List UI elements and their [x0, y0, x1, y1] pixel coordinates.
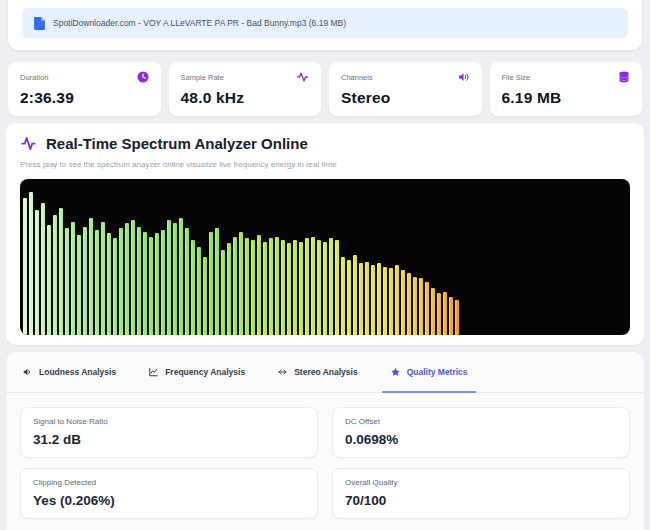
spectrum-bar — [113, 238, 117, 335]
spectrum-bar — [425, 282, 429, 335]
spectrum-bar — [197, 247, 201, 335]
spectrum-bar — [401, 270, 405, 335]
metric-value: Yes (0.206%) — [33, 493, 305, 508]
stat-value: 6.19 MB — [502, 89, 631, 107]
star-icon — [390, 367, 401, 377]
spectrum-bar — [149, 237, 153, 335]
spectrum-bar — [245, 238, 249, 335]
stat-card-channels: Channels Stereo — [329, 62, 482, 116]
spectrum-bar — [443, 292, 447, 335]
spectrum-bar — [173, 223, 177, 335]
stat-label: Channels — [341, 73, 373, 82]
metric-card-dc-offset: DC Offset 0.0698% — [332, 407, 630, 458]
metric-card-snr: Signal to Noise Ratio 31.2 dB — [20, 407, 318, 458]
spectrum-bar — [281, 240, 285, 335]
spectrum-bar — [377, 263, 381, 335]
spectrum-bar — [161, 230, 165, 335]
metric-value: 31.2 dB — [33, 432, 305, 447]
metric-label: Overall Quality — [345, 478, 617, 487]
spectrum-bar — [311, 237, 315, 335]
spectrum-bar — [371, 265, 375, 335]
analysis-panel: Loudness Analysis Frequency Analysis Ste… — [6, 352, 644, 530]
speaker-icon — [457, 71, 470, 83]
spectrum-bar — [65, 228, 69, 335]
spectrum-bar — [101, 222, 105, 335]
stat-card-file-size: File Size 6.19 MB — [490, 62, 643, 116]
spectrum-bar — [341, 257, 345, 335]
spectrum-bar — [431, 288, 435, 335]
left-right-arrows-icon — [277, 367, 288, 377]
tab-loudness-analysis[interactable]: Loudness Analysis — [20, 352, 118, 392]
spectrum-bar — [299, 242, 303, 335]
spectrum-bar — [41, 203, 45, 335]
spectrum-bar — [413, 277, 417, 335]
file-icon — [34, 17, 45, 30]
spectrum-bar — [275, 237, 279, 335]
spectrum-bar — [287, 243, 291, 335]
spectrum-bar — [251, 240, 255, 335]
tab-label: Stereo Analysis — [294, 367, 357, 377]
spectrum-bar — [437, 293, 441, 335]
metric-value: 0.0698% — [345, 432, 617, 447]
spectrum-bar — [395, 265, 399, 335]
spectrum-bar — [167, 220, 171, 335]
metric-label: Signal to Noise Ratio — [33, 417, 305, 426]
spectrum-bar — [71, 222, 75, 335]
spectrum-bar — [227, 243, 231, 335]
stat-label: Duration — [20, 73, 48, 82]
metric-value: 70/100 — [345, 493, 617, 508]
speaker-icon — [22, 367, 33, 377]
spectrum-bar — [77, 235, 81, 335]
stat-card-sample-rate: Sample Rate 48.0 kHz — [169, 62, 322, 116]
database-icon — [618, 71, 630, 83]
stat-label: Sample Rate — [181, 73, 224, 82]
stats-row: Duration 2:36.39 Sample Rate 48.0 kHz Ch… — [8, 62, 642, 116]
metric-label: DC Offset — [345, 417, 617, 426]
tab-frequency-analysis[interactable]: Frequency Analysis — [146, 352, 247, 392]
spectrum-bar — [203, 257, 207, 335]
stat-card-duration: Duration 2:36.39 — [8, 62, 161, 116]
tab-label: Frequency Analysis — [165, 367, 245, 377]
stat-value: 2:36.39 — [20, 89, 149, 107]
spectrum-bar — [407, 273, 411, 335]
spectrum-bar — [119, 228, 123, 335]
tab-stereo-analysis[interactable]: Stereo Analysis — [275, 352, 359, 392]
spectrum-bar — [179, 218, 183, 335]
spectrum-bar — [35, 210, 39, 335]
uploaded-file-chip[interactable]: SpotiDownloader.com - VOY A LLeVARTE PA … — [22, 8, 628, 38]
spectrum-bar — [419, 278, 423, 335]
metric-card-clipping: Clipping Detected Yes (0.206%) — [20, 468, 318, 519]
spectrum-bars — [23, 179, 459, 335]
spectrum-bar — [185, 228, 189, 335]
spectrum-bar — [125, 223, 129, 335]
spectrum-bar — [131, 220, 135, 335]
spectrum-bar — [59, 208, 63, 335]
spectrum-bar — [209, 232, 213, 335]
spectrum-bar — [353, 255, 357, 335]
spectrum-bar — [23, 198, 27, 335]
spectrum-bar — [455, 300, 459, 335]
spectrum-bar — [263, 242, 267, 335]
uploaded-file-name: SpotiDownloader.com - VOY A LLeVARTE PA … — [53, 18, 346, 28]
waveform-icon — [20, 136, 37, 151]
tab-quality-metrics[interactable]: Quality Metrics — [388, 352, 470, 392]
tab-label: Loudness Analysis — [39, 367, 116, 377]
clock-icon — [137, 71, 149, 83]
spectrum-bar — [107, 233, 111, 335]
spectrum-bar — [95, 230, 99, 335]
spectrum-bar — [233, 237, 237, 335]
line-chart-icon — [148, 367, 159, 377]
metric-card-overall-quality: Overall Quality 70/100 — [332, 468, 630, 519]
spectrum-bar — [215, 228, 219, 335]
spectrum-canvas — [20, 179, 630, 335]
spectrum-analyzer-section: Real-Time Spectrum Analyzer Online Press… — [6, 123, 644, 345]
spectrum-bar — [89, 218, 93, 335]
spectrum-bar — [155, 233, 159, 335]
tab-label: Quality Metrics — [407, 367, 468, 377]
stat-value: 48.0 kHz — [181, 89, 310, 107]
analysis-tabs: Loudness Analysis Frequency Analysis Ste… — [6, 352, 644, 393]
spectrum-bar — [221, 250, 225, 335]
spectrum-bar — [317, 240, 321, 335]
spectrum-bar — [365, 262, 369, 335]
uploaded-file-card: SpotiDownloader.com - VOY A LLeVARTE PA … — [8, 0, 642, 50]
